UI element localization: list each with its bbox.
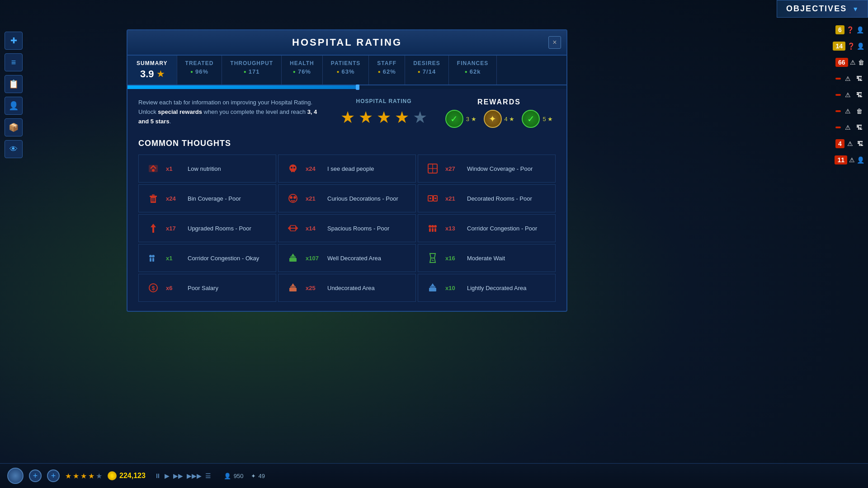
- thought-well-decorated[interactable]: x107 Well Decorated Area: [278, 244, 416, 272]
- thought-bin-coverage[interactable]: x24 Bin Coverage - Poor: [138, 184, 276, 212]
- tab-throughput-label: THROUGHPUT: [230, 60, 273, 66]
- thought-text-well-decorated: Well Decorated Area: [327, 255, 381, 262]
- rating-star-5: ★: [413, 108, 427, 127]
- decorated-rooms-icon: [425, 191, 440, 206]
- tab-health-label: HEALTH: [290, 60, 314, 66]
- tab-desires-value: ● 7/14: [418, 68, 436, 75]
- left-icon-eye[interactable]: 👁: [5, 140, 23, 158]
- svg-rect-41: [290, 286, 296, 288]
- notif-icon-person-8: 👤: [857, 155, 864, 165]
- notif-item-3[interactable]: ⚠ 🏗: [832, 71, 868, 86]
- tab-finances[interactable]: FINANCES ● 62k: [449, 56, 497, 84]
- metric-capacity: 👤 950: [224, 473, 244, 479]
- notif-item-2[interactable]: 66 ⚠ 🗑: [832, 55, 868, 70]
- rating-stars: ★ ★ ★ ★ ★: [340, 108, 427, 127]
- notif-item-1[interactable]: 14 ❓ 👤: [832, 39, 868, 53]
- rating-star-2: ★: [359, 108, 373, 127]
- reward-check-5: ✓: [522, 110, 540, 128]
- notif-count-1: 14: [833, 42, 845, 51]
- thought-dead-people[interactable]: x24 I see dead people: [278, 155, 416, 183]
- notif-icon-warn-7: ⚠: [846, 138, 854, 149]
- notif-icon-warn-5: ⚠: [843, 106, 853, 117]
- svg-point-21: [429, 197, 431, 199]
- thought-count-salary: x6: [166, 285, 182, 291]
- info-section: Review each tab for information on impro…: [138, 98, 556, 128]
- notif-item-7[interactable]: 4 ⚠ 🏗: [832, 136, 868, 151]
- curious-decor-icon: [286, 191, 300, 206]
- salary-icon: $: [146, 281, 160, 295]
- tab-staff-value: ● 62%: [378, 68, 396, 75]
- modal-body: Review each tab for information on impro…: [127, 89, 566, 311]
- svg-point-27: [434, 225, 437, 228]
- svg-rect-29: [432, 228, 434, 232]
- svg-point-26: [431, 225, 434, 228]
- thought-undecorated-area[interactable]: x25 Undecorated Area: [278, 274, 416, 302]
- notif-item-6[interactable]: ⚠ 🏗: [832, 120, 868, 135]
- metric-staff: ✦ 49: [251, 473, 265, 479]
- thought-count-corridor-ok: x1: [166, 255, 182, 262]
- thought-count-well-decorated: x107: [306, 255, 322, 262]
- tab-health[interactable]: HEALTH ● 76%: [282, 56, 323, 84]
- left-icon-person[interactable]: 👤: [5, 97, 23, 115]
- play-button[interactable]: ▶: [165, 472, 170, 479]
- tab-treated-value: ● 96%: [190, 68, 208, 75]
- objectives-arrow: ▼: [852, 5, 859, 13]
- thought-window-coverage[interactable]: x27 Window Coverage - Poor: [418, 155, 556, 183]
- left-icon-cross[interactable]: ✚: [5, 32, 23, 50]
- tab-patients[interactable]: PATIENTS ● 63%: [323, 56, 369, 84]
- thought-moderate-wait[interactable]: x16 Moderate Wait: [418, 244, 556, 272]
- player-avatar[interactable]: [7, 468, 24, 484]
- player-star-1: ★: [65, 472, 71, 480]
- thought-poor-salary[interactable]: $ x6 Poor Salary: [138, 274, 276, 302]
- left-icon-notes[interactable]: 📋: [5, 75, 23, 93]
- thought-corridor-congestion-okay[interactable]: x1 Corridor Congestion - Okay: [138, 244, 276, 272]
- staff-value: 49: [259, 473, 265, 479]
- pause-button[interactable]: ⏸: [155, 472, 161, 479]
- add-button-2[interactable]: +: [47, 469, 60, 482]
- tab-treated[interactable]: TREATED ● 96%: [177, 56, 222, 84]
- add-button-1[interactable]: +: [29, 469, 42, 482]
- svg-rect-42: [429, 288, 436, 291]
- notif-item-0[interactable]: 6 ❓ 👤: [832, 23, 868, 37]
- thought-count-corridor-poor: x13: [445, 225, 462, 232]
- notif-icon-build-6: 🏗: [854, 122, 864, 133]
- tab-summary[interactable]: SUMMARY 3.9 ★: [127, 56, 177, 84]
- notif-item-4[interactable]: ⚠ 🏗: [832, 88, 868, 102]
- thought-curious-decorations[interactable]: x21 Curious Decorations - Poor: [278, 184, 416, 212]
- thought-low-nutrition[interactable]: x1 Low nutrition: [138, 155, 276, 183]
- tab-throughput[interactable]: THROUGHPUT ● 171: [222, 56, 282, 84]
- faster-button[interactable]: ▶▶▶: [187, 472, 202, 479]
- thought-count-window: x27: [445, 165, 462, 172]
- player-rating-stars: ★ ★ ★ ★ ★: [65, 472, 102, 480]
- modal-close-button[interactable]: ×: [548, 36, 561, 49]
- notif-item-8[interactable]: 11 ⚠ 👤: [832, 153, 868, 167]
- notif-icon-warn-6: ⚠: [843, 122, 853, 133]
- thought-corridor-congestion-poor[interactable]: x13 Corridor Congestion - Poor: [418, 214, 556, 242]
- tab-treated-label: TREATED: [185, 60, 214, 66]
- thought-upgraded-rooms[interactable]: x17 Upgraded Rooms - Poor: [138, 214, 276, 242]
- tab-desires[interactable]: DESIRES ● 7/14: [405, 56, 449, 84]
- fast-forward-button[interactable]: ▶▶: [173, 472, 183, 479]
- tab-patients-value: ● 63%: [337, 68, 355, 75]
- svg-point-18: [293, 196, 296, 199]
- menu-button[interactable]: ☰: [205, 472, 211, 479]
- tab-throughput-value: ● 171: [244, 68, 260, 75]
- thought-spacious-rooms[interactable]: x14 Spacious Rooms - Poor: [278, 214, 416, 242]
- thought-text-decorated: Decorated Rooms - Poor: [467, 195, 532, 202]
- thought-decorated-rooms[interactable]: x21 Decorated Rooms - Poor: [418, 184, 556, 212]
- left-icon-box[interactable]: 📦: [5, 118, 23, 136]
- left-icon-list[interactable]: ≡: [5, 53, 23, 71]
- tab-staff[interactable]: STAFF ● 62%: [369, 56, 405, 84]
- notif-item-5[interactable]: ⚠ 🗑: [832, 104, 868, 118]
- thought-text-corridor-ok: Corridor Congestion - Okay: [188, 255, 259, 262]
- tab-patients-label: PATIENTS: [331, 60, 361, 66]
- reward-stars-3: 3 ★: [466, 116, 476, 122]
- thought-count-dead: x24: [306, 165, 322, 172]
- tab-staff-label: STAFF: [377, 60, 396, 66]
- thought-lightly-decorated[interactable]: x10 Lightly Decorated Area: [418, 274, 556, 302]
- lightly-decorated-icon: [425, 281, 440, 295]
- thought-count-undecorated: x25: [306, 285, 322, 291]
- tab-finances-label: FINANCES: [457, 60, 488, 66]
- notif-icon-build-4: 🏗: [854, 89, 864, 100]
- objectives-bar[interactable]: OBJECTIVES ▼: [777, 0, 868, 18]
